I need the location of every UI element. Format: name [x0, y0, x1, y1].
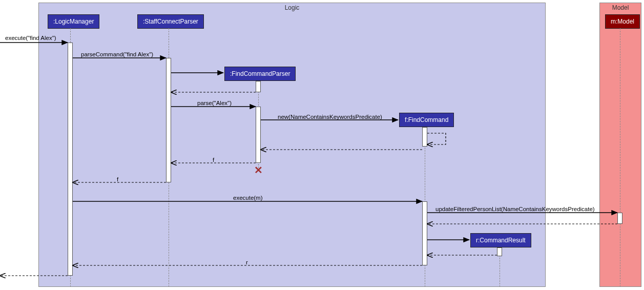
- participant-label: :LogicManager: [53, 18, 94, 25]
- msg-execute-in: execute("find Alex"): [5, 35, 56, 41]
- participant-label: :FindCommandParser: [230, 70, 290, 77]
- destroy-icon: ✕: [254, 164, 263, 176]
- participant-find-command: f:FindCommand: [399, 113, 454, 127]
- participant-logic-manager: :LogicManager: [48, 14, 99, 29]
- frame-logic-label: Logic: [39, 3, 545, 12]
- participant-find-command-parser: :FindCommandParser: [224, 67, 296, 81]
- activation-find-command-2: [422, 201, 427, 265]
- participant-model: m:Model: [605, 14, 640, 29]
- participant-command-result: r:CommandResult: [470, 233, 531, 247]
- participant-label: f:FindCommand: [405, 116, 448, 123]
- msg-ret-r: r: [246, 259, 248, 265]
- participant-label: m:Model: [611, 18, 634, 25]
- msg-parse: parse("Alex"): [197, 100, 232, 106]
- activation-logic-manager: [68, 43, 73, 276]
- msg-new-cmd: new(NameContainsKeywordsPredicate): [278, 114, 382, 120]
- participant-staff-connect-parser: :StaffConnectParser: [137, 14, 204, 29]
- activation-command-result: [497, 247, 502, 256]
- lifeline-model: [620, 28, 620, 287]
- msg-ret-f1: f: [213, 157, 214, 163]
- frame-model: Model: [599, 3, 641, 287]
- msg-execute-m: execute(m): [233, 195, 263, 201]
- activation-find-command-parser-1: [256, 81, 261, 92]
- msg-ret-f2: f: [117, 176, 118, 182]
- participant-label: r:CommandResult: [476, 237, 526, 244]
- msg-update-filtered: updateFilteredPersonList(NameContainsKey…: [435, 206, 595, 212]
- activation-find-command-1: [422, 127, 427, 147]
- frame-model-label: Model: [600, 3, 641, 12]
- activation-staff-connect-parser: [166, 58, 171, 182]
- msg-parse-command: parseCommand("find Alex"): [81, 51, 153, 57]
- participant-label: :StaffConnectParser: [143, 18, 198, 25]
- activation-find-command-parser-2: [256, 107, 261, 163]
- activation-model: [617, 213, 622, 224]
- frame-logic: Logic: [38, 3, 546, 287]
